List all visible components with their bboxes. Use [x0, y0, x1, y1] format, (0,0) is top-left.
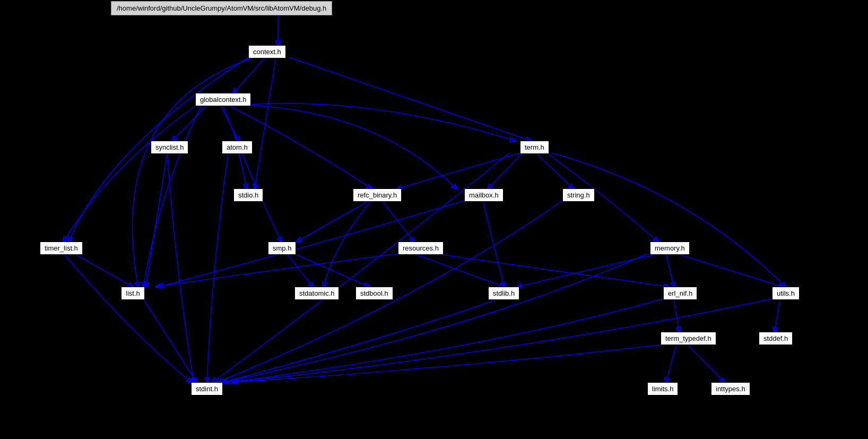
stdbool-h-node: stdbool.h	[355, 287, 393, 300]
string-h-node: string.h	[562, 188, 595, 202]
svg-line-1	[233, 57, 265, 93]
svg-line-3	[255, 57, 276, 188]
list-h-node: list.h	[121, 287, 145, 300]
svg-line-22	[775, 299, 780, 332]
memory-h-node: memory.h	[650, 242, 690, 255]
stdint-h-node: stdint.h	[191, 382, 223, 395]
stddef-h-node: stddef.h	[759, 332, 793, 345]
svg-line-6	[146, 153, 167, 287]
svg-line-19	[666, 254, 674, 287]
svg-line-13	[483, 201, 504, 287]
context-h-node: context.h	[248, 45, 286, 58]
svg-line-24	[687, 344, 724, 382]
svg-line-17	[414, 254, 504, 287]
svg-line-23	[666, 344, 676, 382]
stdio-h-node: stdio.h	[233, 188, 263, 202]
resources-h-node: resources.h	[398, 242, 444, 255]
stdatomic-h-node: stdatomic.h	[294, 287, 339, 300]
svg-line-2	[289, 57, 531, 141]
svg-line-11	[382, 201, 414, 242]
term-typedef-h-node: term_typedef.h	[661, 332, 716, 345]
svg-line-9	[488, 153, 523, 188]
svg-line-15	[287, 254, 313, 287]
limits-h-node: limits.h	[647, 382, 678, 395]
dependency-graph	[0, 0, 868, 439]
svg-line-20	[676, 254, 783, 287]
refc-binary-h-node: refc_binary.h	[353, 188, 402, 202]
synclist-h-node: synclist.h	[151, 141, 188, 154]
svg-line-14	[74, 254, 133, 287]
svg-line-21	[674, 299, 679, 332]
svg-line-7	[239, 153, 247, 188]
stdlib-h-node: stdlib.h	[488, 287, 519, 300]
svg-line-12	[297, 201, 369, 242]
root-node: /home/winford/github/UncleGrumpy/AtomVM/…	[111, 1, 332, 15]
mailbox-h-node: mailbox.h	[464, 188, 504, 202]
erl-nif-h-node: erl_nif.h	[663, 287, 697, 300]
term-h-node: term.h	[520, 141, 549, 154]
svg-line-8	[398, 153, 520, 188]
timer-list-h-node: timer_list.h	[40, 242, 83, 255]
atom-h-node: atom.h	[222, 141, 253, 154]
utils-h-node: utils.h	[772, 287, 800, 300]
inttypes-h-node: inttypes.h	[711, 382, 750, 395]
globalcontext-h-node: globalcontext.h	[195, 93, 251, 106]
svg-line-4	[172, 105, 207, 141]
smp-h-node: smp.h	[268, 242, 296, 255]
